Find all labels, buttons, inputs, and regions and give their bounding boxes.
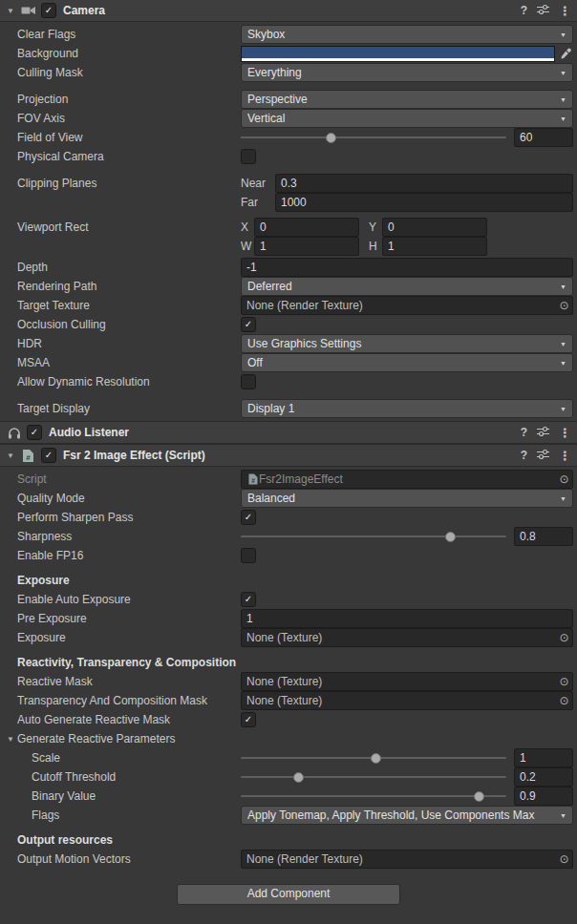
presets-icon[interactable] — [537, 4, 549, 18]
kebab-menu-icon[interactable]: ⋮ — [559, 449, 571, 463]
viewport-rect-xy-row: Viewport Rect X 0 Y 0 — [0, 218, 577, 237]
script-field[interactable]: # Fsr2ImageEffect ⊙ — [241, 470, 573, 489]
culling-mask-dropdown[interactable]: Everything ▼ — [241, 63, 573, 82]
scale-value-field[interactable]: 1 — [514, 748, 573, 767]
projection-dropdown[interactable]: Perspective ▼ — [241, 90, 573, 109]
script-label: Script — [17, 472, 241, 486]
auto-generate-reactive-mask-checkbox[interactable]: ✓ — [241, 712, 256, 727]
binary-value-value-field[interactable]: 0.9 — [514, 787, 573, 806]
field-value: 0.2 — [520, 770, 536, 784]
hdr-row: HDR Use Graphics Settings ▼ — [0, 334, 577, 353]
x-label: X — [241, 220, 254, 234]
enable-auto-exposure-checkbox[interactable]: ✓ — [241, 592, 256, 607]
clear-flags-label: Clear Flags — [17, 28, 241, 41]
foldout-icon[interactable]: ▼ — [6, 452, 15, 460]
fsr2-enabled-checkbox[interactable]: ✓ — [41, 448, 56, 463]
background-color-field[interactable] — [241, 46, 555, 62]
flags-dropdown[interactable]: Apply Tonemap, Apply Threshold, Use Comp… — [241, 806, 573, 825]
slider-track[interactable] — [241, 776, 506, 778]
field-of-view-value-field[interactable]: 60 — [514, 128, 573, 147]
inspector-panel: ▼ ✓ Camera ? ⋮ Clear Flags Skybox ▼ Back… — [0, 0, 577, 924]
msaa-dropdown[interactable]: Off ▼ — [241, 353, 573, 372]
far-field[interactable]: 1000 — [275, 193, 573, 212]
msaa-label: MSAA — [17, 356, 241, 369]
dropdown-value: Apply Tonemap, Apply Threshold, Use Comp… — [247, 808, 556, 822]
viewport-y-field[interactable]: 0 — [382, 218, 487, 237]
slider-knob[interactable] — [371, 753, 381, 764]
chevron-down-icon: ▼ — [560, 96, 566, 103]
slider-knob[interactable] — [326, 133, 336, 143]
camera-icon — [20, 3, 36, 18]
color-swatch[interactable] — [242, 47, 554, 58]
near-field[interactable]: 0.3 — [275, 174, 573, 193]
hdr-dropdown[interactable]: Use Graphics Settings ▼ — [241, 334, 573, 353]
object-picker-icon[interactable]: ⊙ — [556, 850, 572, 868]
presets-icon[interactable] — [537, 426, 549, 440]
enable-auto-exposure-label: Enable Auto Exposure — [17, 593, 241, 606]
audio-listener-component-header[interactable]: ✓ Audio Listener ? ⋮ — [0, 421, 577, 444]
slider-knob[interactable] — [293, 772, 304, 783]
foldout-icon[interactable]: ▼ — [6, 735, 15, 744]
generate-reactive-parameters-row[interactable]: ▼ Generate Reactive Parameters — [0, 729, 577, 748]
fov-axis-dropdown[interactable]: Vertical ▼ — [241, 109, 573, 128]
slider-knob[interactable] — [445, 532, 456, 542]
object-value: None (Texture) — [246, 694, 556, 707]
help-icon[interactable]: ? — [521, 4, 527, 17]
exposure-field[interactable]: None (Texture) ⊙ — [241, 628, 573, 647]
enable-fp16-checkbox[interactable] — [241, 548, 256, 563]
object-picker-icon[interactable]: ⊙ — [556, 629, 572, 646]
sharpness-slider[interactable] — [241, 528, 506, 545]
presets-icon[interactable] — [537, 449, 549, 463]
cutoff-threshold-value-field[interactable]: 0.2 — [514, 767, 573, 787]
viewport-x-field[interactable]: 0 — [254, 218, 359, 237]
depth-field[interactable]: -1 — [241, 258, 573, 277]
camera-enabled-checkbox[interactable]: ✓ — [41, 3, 56, 18]
object-value: Fsr2ImageEffect — [259, 472, 556, 486]
chevron-down-icon: ▼ — [560, 341, 566, 347]
occlusion-culling-label: Occlusion Culling — [17, 318, 241, 331]
clear-flags-dropdown[interactable]: Skybox ▼ — [241, 25, 573, 44]
slider-knob[interactable] — [474, 791, 484, 802]
rendering-path-label: Rendering Path — [17, 280, 241, 293]
enable-fp16-row: Enable FP16 — [0, 546, 577, 565]
fsr2-component-header[interactable]: ▼ # ✓ Fsr 2 Image Effect (Script) ? ⋮ — [0, 444, 577, 467]
slider-track[interactable] — [241, 536, 506, 537]
slider-track[interactable] — [241, 136, 506, 138]
physical-camera-checkbox[interactable] — [241, 149, 256, 164]
object-picker-icon[interactable]: ⊙ — [556, 471, 572, 488]
object-picker-icon[interactable]: ⊙ — [556, 692, 572, 709]
sharpness-value-field[interactable]: 0.8 — [514, 527, 573, 546]
object-picker-icon[interactable]: ⊙ — [556, 297, 572, 314]
kebab-menu-icon[interactable]: ⋮ — [559, 426, 571, 440]
quality-mode-dropdown[interactable]: Balanced ▼ — [241, 489, 573, 508]
viewport-w-field[interactable]: 1 — [254, 237, 359, 256]
object-picker-icon[interactable]: ⊙ — [556, 673, 572, 690]
output-motion-vectors-field[interactable]: None (Render Texture) ⊙ — [241, 850, 573, 869]
foldout-icon[interactable]: ▼ — [6, 7, 15, 15]
fov-axis-label: FOV Axis — [17, 112, 241, 125]
target-texture-field[interactable]: None (Render Texture) ⊙ — [241, 296, 573, 315]
audio-listener-enabled-checkbox[interactable]: ✓ — [27, 425, 42, 440]
allow-dynamic-resolution-checkbox[interactable] — [241, 374, 256, 389]
perform-sharpen-pass-checkbox[interactable]: ✓ — [241, 510, 256, 525]
cutoff-threshold-label: Cutoff Threshold — [32, 770, 241, 784]
add-component-button[interactable]: Add Component — [177, 884, 400, 905]
camera-component-header[interactable]: ▼ ✓ Camera ? ⋮ — [0, 0, 577, 22]
output-motion-vectors-label: Output Motion Vectors — [17, 852, 241, 866]
reactive-mask-field[interactable]: None (Texture) ⊙ — [241, 672, 573, 691]
slider-track[interactable] — [241, 795, 506, 797]
occlusion-culling-checkbox[interactable]: ✓ — [241, 317, 256, 332]
eyedropper-icon[interactable] — [558, 48, 573, 60]
scale-slider[interactable] — [241, 749, 506, 766]
rendering-path-dropdown[interactable]: Deferred ▼ — [241, 277, 573, 296]
target-display-dropdown[interactable]: Display 1 ▼ — [241, 399, 573, 418]
kebab-menu-icon[interactable]: ⋮ — [559, 4, 571, 18]
binary-value-slider[interactable] — [241, 788, 506, 805]
help-icon[interactable]: ? — [521, 449, 527, 462]
help-icon[interactable]: ? — [521, 426, 527, 439]
cutoff-threshold-slider[interactable] — [241, 768, 506, 786]
field-of-view-slider[interactable] — [241, 129, 506, 146]
transparency-mask-field[interactable]: None (Texture) ⊙ — [241, 691, 573, 710]
viewport-h-field[interactable]: 1 — [382, 237, 487, 256]
pre-exposure-field[interactable]: 1 — [241, 609, 573, 628]
